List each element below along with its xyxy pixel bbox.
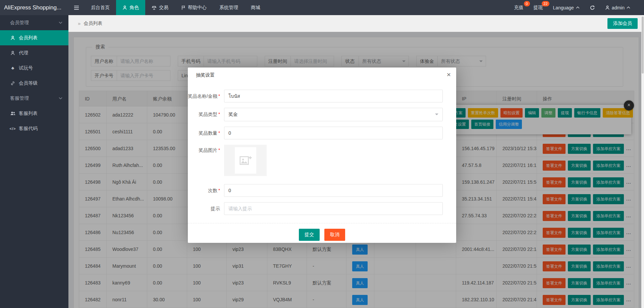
submit-button[interactable]: 提交: [299, 229, 320, 241]
app-logo: AliExpress Shopping...: [0, 4, 68, 11]
chevron-down-icon: [59, 97, 62, 99]
sidebar-toggle-button[interactable]: [68, 5, 85, 10]
sidebar-group-label: 会员管理: [10, 20, 29, 26]
scrollbar-thumb[interactable]: [642, 16, 644, 74]
cancel-button[interactable]: 取消: [324, 229, 345, 241]
image-upload-placeholder: [235, 147, 256, 174]
required-asterisk: *: [218, 112, 220, 117]
modal-form-row: 提示: [188, 202, 443, 215]
modal-field-label-text: 提示: [211, 206, 220, 211]
close-icon[interactable]: ×: [447, 70, 451, 79]
modal-field: [224, 145, 443, 176]
recharge-menu[interactable]: 充值 0: [509, 0, 529, 15]
hamburger-icon: [74, 5, 79, 10]
modal-field-label: 次数*: [188, 184, 220, 197]
modal-field-label: 奖品类型*: [188, 108, 220, 121]
refresh-button[interactable]: [585, 0, 600, 15]
image-upload-icon: [239, 154, 252, 167]
flag-icon: [181, 5, 185, 10]
person-icon: [122, 5, 127, 10]
modal-field-label: 提示: [188, 202, 220, 215]
sidebar-item[interactable]: 客服列表: [0, 106, 68, 121]
sidebar-item[interactable]: 会员等级: [0, 76, 68, 91]
user-menu[interactable]: admin: [600, 0, 635, 15]
app: AliExpress Shopping... 后台首页角色交易帮助中心系统管理商…: [0, 0, 644, 308]
nav-item-link[interactable]: 交易: [145, 0, 175, 15]
modal-form-row: 奖品类型*奖金: [188, 108, 443, 121]
modal-footer: 提交 取消: [188, 229, 456, 241]
sidebar-group-header[interactable]: 客服管理: [0, 91, 68, 106]
sidebar-item-label: 会员等级: [19, 80, 38, 86]
modal-select-value: 奖金: [228, 112, 238, 117]
modal-form-row: 奖品数量*: [188, 127, 443, 139]
modal-input[interactable]: [224, 202, 443, 215]
code-icon: </>: [10, 127, 15, 131]
modal-title: 抽奖设置: [188, 68, 456, 82]
scrollbar[interactable]: [641, 15, 644, 308]
required-asterisk: *: [218, 130, 220, 135]
modal-field-label: 奖品数量*: [188, 127, 220, 139]
nav-item-active[interactable]: 角色: [116, 0, 145, 15]
breadcrumb-bar: » 会员列表 添加会员: [68, 15, 644, 32]
modal-input[interactable]: [224, 127, 443, 139]
recharge-label: 充值: [514, 5, 524, 11]
required-asterisk: *: [218, 147, 220, 152]
sidebar-item[interactable]: 代理: [0, 45, 68, 60]
person-icon: [10, 51, 15, 55]
username-label: admin: [612, 5, 625, 10]
modal-field-label-text: 奖品名称/金额: [188, 93, 217, 99]
club-icon: ♣: [10, 66, 15, 70]
nav-item-link[interactable]: 帮助中心: [175, 0, 213, 15]
sidebar-item-label: 客服代码: [19, 126, 38, 132]
modal-field-label: 奖品图片*: [188, 145, 220, 176]
person-icon: [10, 36, 15, 40]
language-menu[interactable]: Language: [548, 0, 585, 15]
nav-item-label: 角色: [129, 5, 139, 11]
sidebar-group-header[interactable]: 会员管理: [0, 15, 68, 30]
link-icon: [10, 81, 15, 86]
chevron-up-icon: [627, 6, 630, 9]
sidebar-item[interactable]: </>客服代码: [0, 121, 68, 136]
modal-form-row: 次数*: [188, 184, 443, 197]
modal-input[interactable]: [224, 184, 443, 197]
withdraw-menu[interactable]: 提现 22: [529, 0, 548, 15]
modal-select[interactable]: 奖金: [224, 108, 443, 121]
required-asterisk: *: [218, 188, 220, 193]
topbar: AliExpress Shopping... 后台首页角色交易帮助中心系统管理商…: [0, 0, 644, 15]
modal-field: [224, 184, 443, 197]
nav-item-link[interactable]: 商城: [245, 0, 267, 15]
modal-field: [224, 90, 443, 102]
sidebar-group-label: 客服管理: [10, 95, 29, 101]
nav-item-label: 帮助中心: [188, 5, 207, 11]
person-icon: [605, 5, 610, 10]
required-asterisk: *: [218, 93, 220, 98]
sidebar-item-label: 客服列表: [19, 111, 38, 117]
modal-form-row: 奖品名称/金额*: [188, 90, 443, 102]
sidebar-item[interactable]: 会员列表: [0, 30, 68, 45]
nav-item-link[interactable]: 系统管理: [213, 0, 245, 15]
refresh-icon: [590, 5, 595, 10]
people-icon: [10, 111, 15, 116]
modal-input[interactable]: [224, 90, 443, 102]
add-member-button[interactable]: 添加会员: [607, 18, 638, 29]
caret-down-icon: [435, 114, 438, 117]
page-title: 会员列表: [84, 20, 102, 27]
chevron-up-icon: [576, 6, 580, 9]
modal-field-label-text: 奖品类型: [199, 112, 217, 117]
modal-field: 奖金: [224, 108, 443, 121]
withdraw-label: 提现: [534, 5, 543, 11]
breadcrumb-arrow-icon: »: [78, 20, 80, 26]
sidebar: 会员管理会员列表代理♣试玩号会员等级客服管理客服列表</>客服代码: [0, 15, 68, 308]
modal-field-label-text: 奖品图片: [199, 147, 217, 153]
sidebar-item[interactable]: ♣试玩号: [0, 60, 68, 76]
sidebar-item-label: 会员列表: [19, 35, 38, 41]
image-upload-box[interactable]: [224, 145, 267, 176]
modal-form-row: 奖品图片*: [188, 145, 443, 176]
nav-item-label: 后台首页: [91, 5, 110, 11]
sidebar-item-label: 代理: [19, 50, 28, 56]
modal-field-label-text: 奖品数量: [199, 130, 217, 136]
modal-body: 奖品名称/金额*奖品类型*奖金奖品数量*奖品图片*次数*提示: [188, 82, 456, 215]
language-label: Language: [553, 5, 574, 10]
nav-item-label: 系统管理: [219, 5, 238, 11]
nav-item-link[interactable]: 后台首页: [85, 0, 116, 15]
